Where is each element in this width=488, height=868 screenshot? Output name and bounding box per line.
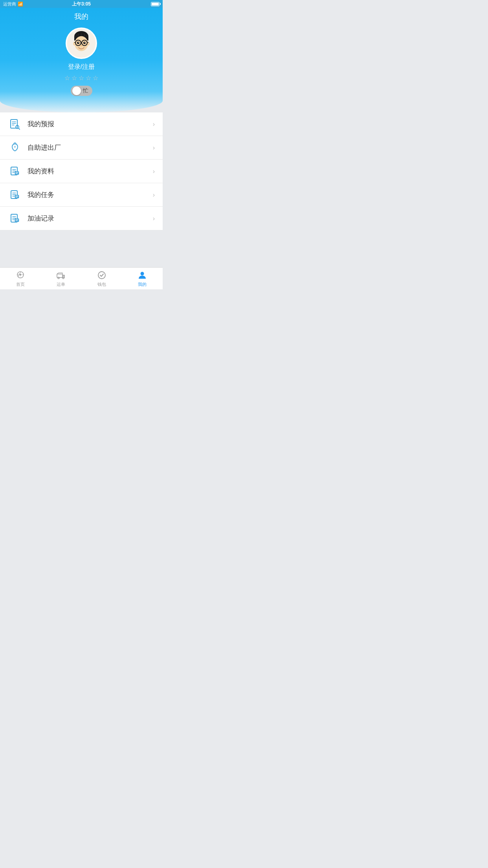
tab-wallet-label: 钱包	[97, 281, 106, 287]
svg-point-58	[62, 277, 64, 279]
menu-label-my-forecast: 我的预报	[28, 120, 153, 129]
menu-label-self-service: 自助进出厂	[28, 143, 153, 152]
menu-item-my-profile[interactable]: 我的资料 ›	[0, 160, 163, 183]
toggle-knob	[72, 86, 81, 95]
star-1: ☆	[64, 74, 70, 82]
svg-rect-21	[11, 120, 17, 128]
svg-rect-56	[57, 274, 62, 278]
menu-item-fuel-records[interactable]: 加油记录 ›	[0, 207, 163, 230]
star-2: ☆	[72, 74, 77, 82]
arrow-icon-4: ›	[153, 215, 155, 222]
svg-point-62	[98, 272, 105, 279]
avatar-image	[67, 29, 96, 58]
svg-point-15	[81, 45, 82, 46]
svg-point-12	[83, 42, 86, 44]
arrow-icon-0: ›	[153, 121, 155, 128]
arrow-icon-2: ›	[153, 168, 155, 175]
tab-home-label: 首页	[16, 281, 25, 287]
battery-icon	[151, 2, 160, 6]
money-bag-icon: ¥	[8, 141, 22, 155]
login-register-text[interactable]: 登录/注册	[0, 63, 163, 71]
document-list-icon-1	[8, 164, 22, 178]
mine-icon	[137, 270, 147, 280]
status-right	[151, 2, 160, 6]
menu-item-my-forecast[interactable]: 我的预报 ›	[0, 112, 163, 136]
arrow-icon-3: ›	[153, 191, 155, 199]
carrier-label: 运营商	[3, 1, 16, 7]
star-4: ☆	[86, 74, 91, 82]
home-icon	[15, 270, 26, 280]
tab-mine-label: 我的	[138, 281, 147, 287]
arrow-icon-1: ›	[153, 144, 155, 151]
status-left: 运营商 📶	[3, 1, 23, 7]
menu-label-my-tasks: 我的任务	[28, 190, 153, 199]
battery-fill	[152, 3, 159, 6]
tab-waybill-label: 运单	[57, 281, 65, 287]
svg-point-11	[77, 42, 79, 44]
rating-stars: ☆ ☆ ☆ ☆ ☆	[0, 74, 163, 82]
status-bar: 运营商 📶 上午3:05	[0, 0, 163, 8]
svg-point-63	[141, 272, 144, 275]
star-3: ☆	[79, 74, 84, 82]
menu-label-fuel-records: 加油记录	[28, 214, 153, 223]
page-title: 我的	[0, 12, 163, 21]
wallet-icon	[97, 270, 107, 280]
svg-point-14	[84, 42, 85, 43]
star-5: ☆	[93, 74, 98, 82]
svg-text:¥: ¥	[14, 145, 16, 149]
document-list-icon-2	[8, 188, 22, 202]
svg-line-26	[18, 128, 20, 129]
tab-wallet[interactable]: 钱包	[81, 268, 122, 289]
tab-mine[interactable]: 我的	[122, 268, 163, 289]
toggle-label: 忙	[83, 87, 88, 94]
avatar[interactable]	[66, 28, 97, 59]
menu-item-my-tasks[interactable]: 我的任务 ›	[0, 183, 163, 207]
menu-item-self-service[interactable]: ¥ 自助进出厂 ›	[0, 136, 163, 160]
document-list-icon-3	[8, 211, 22, 226]
tab-bar: 首页 运单 钱包 我的	[0, 267, 163, 289]
menu-list: 我的预报 › ¥ 自助进出厂 › 我的资料	[0, 112, 163, 230]
menu-label-my-profile: 我的资料	[28, 167, 153, 176]
svg-point-57	[58, 277, 59, 279]
status-time: 上午3:05	[72, 1, 91, 7]
profile-header: 我的	[0, 8, 163, 112]
tab-home[interactable]: 首页	[0, 268, 41, 289]
wifi-icon: 📶	[18, 2, 23, 7]
document-search-icon	[8, 117, 22, 131]
busy-toggle[interactable]: 忙	[71, 86, 92, 96]
waybill-icon	[56, 270, 66, 280]
svg-point-13	[78, 42, 79, 43]
tab-waybill[interactable]: 运单	[41, 268, 82, 289]
